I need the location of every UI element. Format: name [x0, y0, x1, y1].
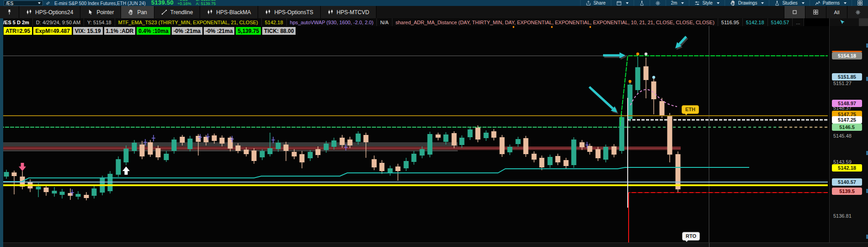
study-header-row: /ES 5 D 2mD: 4/29/24, 9:50 AMY: 5154.18M… [0, 18, 804, 26]
topbar-item-studies[interactable]: Studies [769, 0, 809, 6]
price-label-bubble: 5148.97 [832, 100, 862, 107]
topbar-item-drawings[interactable]: Drawings [725, 0, 769, 6]
callout-eth[interactable]: ETH [682, 105, 699, 114]
header-segment-2[interactable]: Y: 5154.18 [84, 18, 115, 26]
price-label-bubble: 5146.5 [832, 124, 862, 131]
header-segment-1[interactable]: D: 4/29/24, 9:50 AM [33, 18, 84, 26]
instrument-title: E-mini S&P 500 Index Futures,ETH (JUN 24… [54, 1, 146, 6]
axis-edge-mark [866, 43, 868, 48]
sell-signal-arrow [19, 163, 26, 171]
topbar-item-label: Share [593, 0, 606, 5]
last-price: 5139.50 [151, 0, 174, 6]
topbar-item-gear-icon[interactable] [650, 0, 666, 6]
stat-badge: TICK: 88.00 [262, 27, 296, 35]
button-all[interactable]: All [826, 6, 847, 18]
change-percent: +0.16% [177, 2, 191, 6]
gear-icon [655, 0, 661, 6]
tab-label: HPS-OptionsTS [274, 9, 313, 16]
price-label-bubble: 5151.85 [832, 73, 862, 81]
axis-settings-button[interactable] [859, 18, 868, 26]
tab-hps-blackma[interactable]: HPS-BlackMA [200, 6, 258, 18]
axis-tick-label: 5145.48 [833, 133, 852, 139]
share-icon [586, 0, 591, 6]
topbar-item-label: 2m [671, 0, 677, 5]
candles-icon [26, 9, 32, 15]
button-grid-icon[interactable] [805, 6, 826, 18]
chart-canvas[interactable]: ETHRTO [0, 26, 829, 242]
candles-icon [207, 9, 213, 15]
trendline-icon [161, 9, 167, 15]
price-label-bubble: 5154.18 [832, 52, 862, 59]
candles-icon [265, 9, 271, 15]
patterns-icon [815, 0, 820, 6]
time-axis-strip[interactable] [0, 242, 868, 247]
link-icon[interactable] [45, 0, 51, 6]
stat-badge: -0% :21ma [204, 27, 234, 35]
header-segment-4[interactable]: 5142.18 [262, 18, 287, 26]
tab-pan[interactable]: Pan [121, 6, 154, 18]
header-segment-0[interactable]: /ES 5 D 2m [0, 18, 33, 26]
button-label: All [834, 10, 839, 15]
axis-header [829, 18, 868, 26]
price-label-bubble: 5142.18 [832, 164, 862, 172]
tab-label: Pointer [96, 9, 114, 16]
crosshair-pointer-icon[interactable] [840, 19, 846, 25]
header-segment-6[interactable]: N/A [377, 18, 392, 26]
topbar-item-calendar-icon[interactable] [611, 0, 634, 6]
header-segment-7[interactable]: shared_ADR_MA_Distance (DAY, THIRTY_MIN,… [392, 18, 718, 26]
tab-label: Trendline [170, 9, 193, 16]
axis-edge-mark [866, 151, 868, 155]
tab-label: HPS-MTCVD [337, 9, 369, 16]
change-block: +8.25 +0.16% [177, 0, 191, 6]
hand-icon [128, 9, 134, 15]
topbar-item-flask-icon[interactable] [634, 0, 650, 6]
topbar-item-label: Patterns [823, 0, 840, 5]
topbar-item-label: Drawings [738, 0, 757, 5]
tab-label: HPS-Options24 [35, 9, 73, 16]
price-label-bubble: 5139.5 [832, 188, 862, 195]
style-icon [694, 0, 700, 6]
button-maximize-icon[interactable] [784, 6, 805, 18]
topbar-item-style[interactable]: Style [689, 0, 724, 6]
time-axis-gridline [709, 243, 709, 247]
header-segment-9[interactable]: 5142.18 [743, 18, 768, 26]
flask-icon [639, 0, 645, 6]
chevron-down-icon [802, 2, 804, 4]
pin-icon [6, 9, 12, 15]
topbar-item-share[interactable]: Share [580, 0, 611, 6]
pin-button[interactable] [0, 6, 19, 18]
symbol-input[interactable]: /ES [4, 0, 43, 6]
tab-hps-mtcvd[interactable]: HPS-MTCVD [321, 6, 376, 18]
axis-tick-label: 5136.81 [833, 213, 852, 219]
price-label-bubble: 5147.25 [832, 116, 862, 124]
callout-rto[interactable]: RTO [682, 232, 700, 241]
topbar-item-patterns[interactable]: Patterns [810, 0, 852, 6]
tab-pointer[interactable]: Pointer [80, 6, 121, 18]
cursor-icon [87, 9, 93, 15]
price-axis[interactable]: 5151.275148.375145.485143.595136.815154.… [829, 26, 868, 242]
topbar-actions: Share2mStyleDrawingsStudiesPatterns [580, 0, 868, 6]
header-segment-11[interactable]: ... [793, 18, 804, 26]
topbar-item-2m[interactable]: 2m [666, 0, 689, 6]
header-segment-5[interactable]: hps_autoVWAP (930, 1600, -2.0, 2.0) [287, 18, 377, 26]
chart-tab-bar: HPS-Options24PointerPanTrendlineHPS-Blac… [0, 6, 868, 18]
axis-edge-mark [866, 235, 868, 239]
stat-badge: -0% :21ma [172, 27, 202, 35]
header-segment-8[interactable]: 5116.95 [718, 18, 743, 26]
topbar-item-grid-icon[interactable] [852, 0, 868, 6]
axis-edge-mark [866, 77, 868, 81]
tab-hps-options24[interactable]: HPS-Options24 [19, 6, 80, 18]
header-segment-3[interactable]: MTF_EMA_TS23 (THIRTY_MIN, EXPONENTIAL, 2… [115, 18, 262, 26]
chevron-down-icon [844, 2, 847, 4]
tab-hps-optionsts[interactable]: HPS-OptionsTS [258, 6, 320, 18]
top-bar: /ES E-mini S&P 500 Index Futures,ETH (JU… [0, 0, 868, 6]
candles-icon [328, 9, 333, 15]
tabs-container: HPS-Options24PointerPanTrendlineHPS-Blac… [19, 6, 376, 18]
hand-icon [730, 0, 736, 6]
button-gear-icon[interactable] [847, 6, 868, 18]
tab-trendline[interactable]: Trendline [154, 6, 201, 18]
bid-ask-block: B: 5139.50 A: 5139.75 [196, 0, 216, 6]
header-segment-10[interactable]: 5140.57 [768, 18, 793, 26]
stat-badge: 0.4% :10ma [137, 27, 170, 35]
flask-icon [774, 0, 780, 6]
